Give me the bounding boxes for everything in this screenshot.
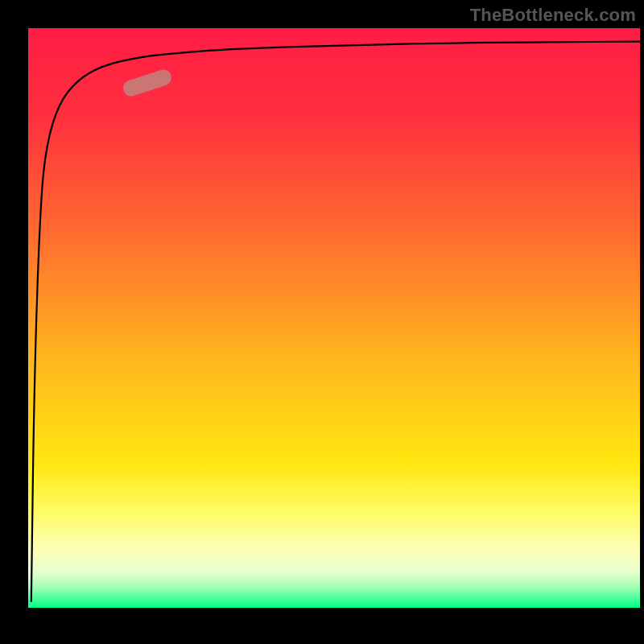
chart-root: TheBottleneck.com xyxy=(0,0,644,644)
watermark-text: TheBottleneck.com xyxy=(470,5,636,26)
curve-path xyxy=(31,42,640,602)
bottleneck-curve xyxy=(28,28,640,608)
plot-area xyxy=(28,28,640,608)
